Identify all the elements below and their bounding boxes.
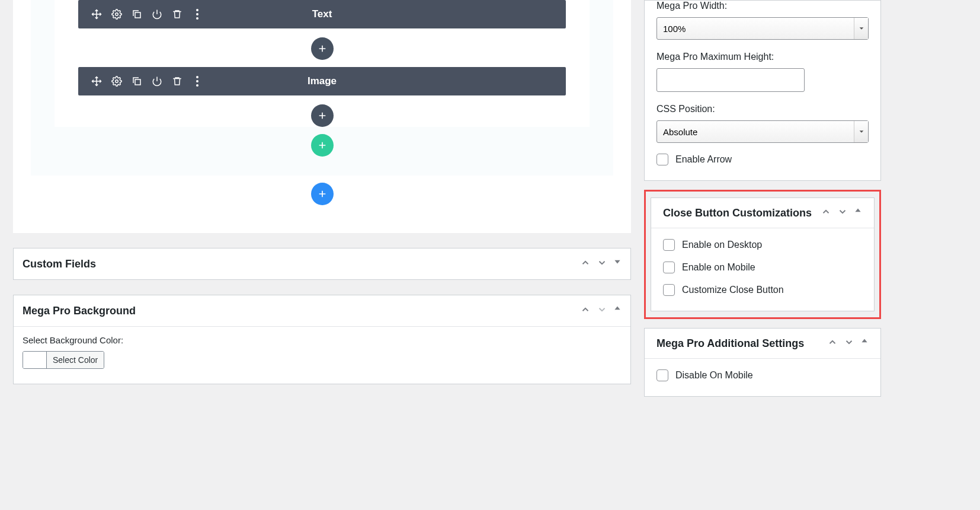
check-label: Enable on Desktop bbox=[682, 240, 762, 250]
gear-icon[interactable] bbox=[111, 9, 122, 20]
module-toolbar bbox=[78, 9, 203, 20]
panel-custom-fields: Custom Fields bbox=[13, 248, 631, 280]
gear-icon[interactable] bbox=[111, 76, 122, 87]
chevron-down-icon[interactable] bbox=[597, 304, 607, 317]
checkbox[interactable] bbox=[656, 369, 668, 381]
svg-point-4 bbox=[196, 17, 198, 20]
duplicate-icon[interactable] bbox=[132, 76, 142, 87]
select-value: Absolute bbox=[663, 127, 697, 137]
panel-close-button: Close Button Customizations Enable on De… bbox=[651, 197, 875, 311]
check-label: Customize Close Button bbox=[682, 285, 784, 295]
trash-icon[interactable] bbox=[172, 76, 182, 87]
panel-title: Mega Pro Background bbox=[23, 305, 580, 317]
check-label: Enable Arrow bbox=[675, 154, 732, 165]
power-icon[interactable] bbox=[152, 9, 162, 20]
svg-point-7 bbox=[196, 76, 198, 78]
trash-icon[interactable] bbox=[172, 9, 182, 20]
color-picker-label: Select Color bbox=[47, 352, 104, 368]
module-toolbar bbox=[78, 76, 203, 87]
module-bar-image[interactable]: Image bbox=[78, 67, 566, 95]
move-icon[interactable] bbox=[91, 9, 102, 20]
move-icon[interactable] bbox=[91, 76, 102, 87]
select-value: 100% bbox=[663, 24, 686, 34]
panel-mega-background: Mega Pro Background Select Background Co… bbox=[13, 295, 631, 384]
panel-mega-sizing: Mega Pro Width: 100% Mega Pro Maximum He… bbox=[644, 0, 881, 181]
customize-close-check[interactable]: Customize Close Button bbox=[663, 284, 862, 296]
svg-rect-1 bbox=[135, 12, 140, 18]
color-picker[interactable]: Select Color bbox=[23, 351, 104, 369]
chevron-up-icon[interactable] bbox=[821, 206, 831, 219]
triangle-up-icon[interactable] bbox=[860, 337, 869, 350]
checkbox[interactable] bbox=[663, 284, 675, 296]
enable-mobile-check[interactable]: Enable on Mobile bbox=[663, 262, 862, 273]
enable-arrow-check[interactable]: Enable Arrow bbox=[656, 154, 869, 165]
chevron-up-icon[interactable] bbox=[580, 257, 591, 270]
css-position-select[interactable]: Absolute bbox=[656, 120, 869, 143]
svg-point-8 bbox=[196, 80, 198, 82]
checkbox[interactable] bbox=[663, 239, 675, 251]
add-row-button[interactable] bbox=[311, 134, 334, 157]
chevron-up-icon[interactable] bbox=[580, 304, 591, 317]
width-label: Mega Pro Width: bbox=[656, 1, 869, 11]
checkbox[interactable] bbox=[656, 154, 668, 165]
chevron-down-icon[interactable] bbox=[837, 206, 848, 219]
bg-color-label: Select Background Color: bbox=[23, 335, 622, 345]
width-select[interactable]: 100% bbox=[656, 17, 869, 40]
module-label: Text bbox=[312, 8, 332, 20]
checkbox[interactable] bbox=[663, 262, 675, 273]
svg-point-3 bbox=[196, 13, 198, 15]
chevron-down-icon bbox=[854, 18, 868, 39]
power-icon[interactable] bbox=[152, 76, 162, 87]
add-module-button[interactable] bbox=[311, 37, 334, 60]
css-position-label: CSS Position: bbox=[656, 104, 869, 114]
max-height-label: Mega Pro Maximum Height: bbox=[656, 52, 869, 62]
color-swatch[interactable] bbox=[23, 352, 47, 368]
panel-title: Mega Pro Additional Settings bbox=[656, 337, 827, 350]
enable-desktop-check[interactable]: Enable on Desktop bbox=[663, 239, 862, 251]
chevron-up-icon[interactable] bbox=[827, 337, 838, 350]
svg-point-5 bbox=[116, 80, 119, 83]
svg-point-2 bbox=[196, 9, 198, 11]
chevron-down-icon[interactable] bbox=[844, 337, 854, 350]
module-label: Image bbox=[308, 75, 337, 87]
svg-rect-6 bbox=[135, 79, 140, 85]
panel-title: Close Button Customizations bbox=[663, 207, 821, 219]
triangle-up-icon[interactable] bbox=[854, 206, 862, 219]
chevron-down-icon bbox=[854, 121, 868, 142]
disable-mobile-check[interactable]: Disable On Mobile bbox=[656, 369, 869, 381]
duplicate-icon[interactable] bbox=[132, 9, 142, 20]
panel-additional-settings: Mega Pro Additional Settings Disable On … bbox=[644, 328, 881, 397]
highlighted-section: Close Button Customizations Enable on De… bbox=[644, 190, 881, 319]
max-height-input[interactable] bbox=[656, 68, 805, 92]
add-module-button[interactable] bbox=[311, 104, 334, 127]
more-icon[interactable] bbox=[192, 76, 203, 87]
chevron-down-icon[interactable] bbox=[597, 257, 607, 270]
triangle-down-icon[interactable] bbox=[613, 257, 622, 270]
check-label: Disable On Mobile bbox=[675, 370, 753, 381]
svg-point-0 bbox=[116, 13, 119, 16]
panel-title: Custom Fields bbox=[23, 258, 580, 270]
triangle-up-icon[interactable] bbox=[613, 304, 622, 317]
module-bar-text[interactable]: Text bbox=[78, 0, 566, 28]
svg-point-9 bbox=[196, 84, 198, 87]
add-section-button[interactable] bbox=[311, 183, 334, 205]
check-label: Enable on Mobile bbox=[682, 262, 755, 273]
more-icon[interactable] bbox=[192, 9, 203, 20]
